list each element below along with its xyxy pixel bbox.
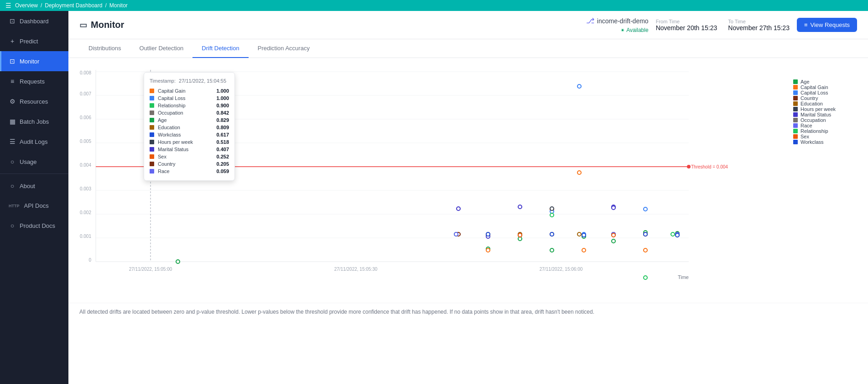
- svg-point-73: [550, 232, 554, 236]
- svg-point-76: [676, 233, 679, 237]
- sidebar-label-predict: Predict: [20, 38, 38, 45]
- tooltip-item-name: Capital Loss: [158, 95, 209, 101]
- tooltip-row: Marital Status 0.407: [150, 146, 229, 153]
- svg-point-72: [486, 232, 490, 236]
- svg-text:0.003: 0.003: [80, 186, 91, 191]
- menu-icon: ☰: [5, 2, 11, 9]
- tooltip-item-name: Country: [158, 161, 209, 167]
- sidebar-label-batch: Batch Jobs: [20, 118, 49, 125]
- tooltip-row: Education 0.809: [150, 124, 229, 131]
- tooltip-color-swatch: [150, 89, 154, 93]
- tooltip-color-swatch: [150, 162, 154, 166]
- tabs-bar: Distributions Outlier Detection Drift De…: [68, 39, 868, 58]
- svg-text:0.007: 0.007: [80, 91, 91, 96]
- tooltip-item-name: Education: [158, 125, 209, 130]
- footer-text: All detected drifts are located between …: [68, 303, 868, 321]
- tooltip-row: Occupation 0.842: [150, 109, 229, 116]
- svg-text:Time: Time: [678, 274, 689, 280]
- tab-distributions[interactable]: Distributions: [79, 39, 130, 58]
- legend-item: Hours per week: [793, 106, 857, 112]
- tooltip-color-swatch: [150, 103, 154, 108]
- sidebar-item-about[interactable]: ○ About: [0, 176, 68, 196]
- tab-drift-detection[interactable]: Drift Detection: [192, 39, 248, 58]
- legend-color-swatch: [793, 96, 798, 100]
- sidebar-item-usage[interactable]: ○ Usage: [0, 152, 68, 172]
- sidebar-item-batch-jobs[interactable]: ▦ Batch Jobs: [0, 111, 68, 132]
- tooltip-row: Race 0.059: [150, 168, 229, 175]
- legend-label: Occupation: [800, 117, 826, 123]
- sidebar-label-usage: Usage: [20, 158, 37, 165]
- tooltip-row: Age 0.829: [150, 116, 229, 124]
- legend-color-swatch: [793, 129, 798, 133]
- chart-legend: Age Capital Gain Capital Loss Country Ed…: [793, 74, 857, 145]
- legend-item: Sex: [793, 134, 857, 139]
- legend-color-swatch: [793, 123, 798, 128]
- tooltip-color-swatch: [150, 140, 154, 144]
- svg-point-27: [176, 260, 180, 263]
- sidebar-item-product-docs[interactable]: ○ Product Docs: [0, 216, 68, 236]
- svg-point-39: [582, 248, 586, 252]
- product-docs-icon: ○: [9, 222, 16, 229]
- view-requests-icon: ≡: [804, 21, 808, 28]
- tooltip-row: Sex 0.252: [150, 153, 229, 160]
- sidebar-divider: [0, 174, 68, 174]
- sidebar-item-resources[interactable]: ⚙ Resources: [0, 91, 68, 111]
- svg-text:0.008: 0.008: [80, 70, 91, 75]
- svg-point-74: [582, 233, 586, 237]
- sidebar-label-requests: Requests: [20, 78, 45, 85]
- legend-color-swatch: [793, 101, 798, 106]
- tooltip-item-name: Marital Status: [158, 147, 209, 152]
- available-dot: [621, 28, 624, 32]
- legend-item: Race: [793, 123, 857, 128]
- legend-color-swatch: [793, 134, 798, 139]
- svg-text:0.005: 0.005: [80, 139, 91, 144]
- tooltip-item-value: 0.407: [213, 147, 229, 152]
- svg-point-75: [644, 232, 647, 236]
- tooltip-item-name: Capital Gain: [158, 88, 209, 94]
- batch-icon: ▦: [9, 118, 16, 125]
- sidebar: ⊡ Dashboard + Predict ⊡ Monitor ≡ Reques…: [0, 11, 68, 384]
- sidebar-label-resources: Resources: [20, 98, 48, 105]
- svg-text:0: 0: [88, 258, 91, 263]
- tooltip-item-value: 0.617: [213, 132, 229, 137]
- sidebar-item-dashboard[interactable]: ⊡ Dashboard: [0, 11, 68, 31]
- tooltip-item-name: Age: [158, 117, 209, 123]
- svg-point-70: [612, 233, 615, 237]
- tooltip-item-value: 0.252: [213, 154, 229, 159]
- breadcrumb-overview[interactable]: Overview: [15, 2, 38, 9]
- legend-label: Age: [800, 79, 810, 84]
- svg-text:0.002: 0.002: [80, 210, 91, 215]
- sidebar-item-api-docs[interactable]: HTTP API Docs: [0, 196, 68, 216]
- sidebar-item-requests[interactable]: ≡ Requests: [0, 71, 68, 91]
- predict-icon: +: [9, 37, 16, 45]
- resources-icon: ⚙: [9, 98, 16, 105]
- to-time-field[interactable]: To Time November 27th 15:23: [728, 19, 790, 32]
- legend-item: Relationship: [793, 128, 857, 134]
- legend-item: Marital Status: [793, 112, 857, 117]
- deployment-icon: ⎇: [586, 16, 594, 25]
- svg-point-37: [486, 248, 490, 252]
- svg-point-65: [550, 207, 554, 210]
- tooltip-item-name: Sex: [158, 154, 209, 159]
- sidebar-item-monitor[interactable]: ⊡ Monitor: [0, 51, 68, 71]
- legend-label: Capital Gain: [800, 84, 828, 90]
- tooltip-item-value: 0.518: [213, 139, 229, 145]
- tab-outlier-detection[interactable]: Outlier Detection: [130, 39, 193, 58]
- sidebar-item-predict[interactable]: + Predict: [0, 31, 68, 51]
- chart-area: 0 0.001 0.002 0.003 0.004 0.005 0.006 0.…: [68, 58, 868, 384]
- tooltip-color-swatch: [150, 147, 154, 152]
- tooltip-item-value: 0.829: [213, 117, 229, 123]
- sidebar-item-audit-logs[interactable]: ☰ Audit Logs: [0, 132, 68, 152]
- from-time-field[interactable]: From Time November 20th 15:23: [656, 19, 717, 32]
- monitor-icon: ⊡: [9, 58, 16, 65]
- view-requests-button[interactable]: ≡ View Requests: [797, 18, 857, 32]
- breadcrumb-deployment[interactable]: Deployment Dashboard: [45, 2, 102, 9]
- tooltip-color-swatch: [150, 169, 154, 174]
- svg-text:27/11/2022, 15:05:30: 27/11/2022, 15:05:30: [334, 267, 378, 272]
- tooltip-row: Country 0.205: [150, 160, 229, 168]
- tab-prediction-accuracy[interactable]: Prediction Accuracy: [249, 39, 319, 58]
- tooltip-color-swatch: [150, 96, 154, 100]
- svg-point-33: [612, 239, 615, 243]
- legend-item: Capital Loss: [793, 90, 857, 95]
- sidebar-label-dashboard: Dashboard: [20, 18, 49, 25]
